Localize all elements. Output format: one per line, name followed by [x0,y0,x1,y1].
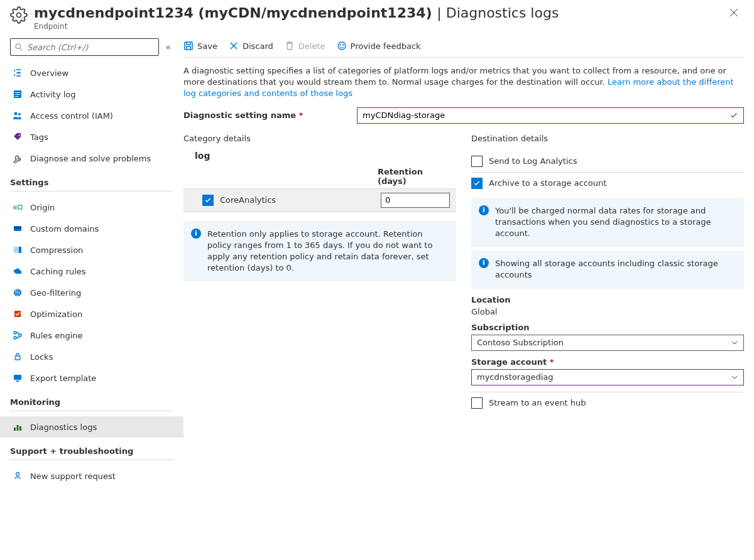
storage-account-select[interactable]: mycdnstoragediag [471,369,744,385]
sidebar-item-origin[interactable]: Origin [10,197,173,218]
sidebar-item-locks[interactable]: Locks [10,346,173,367]
sidebar-item-label: Optimization [30,310,82,319]
discard-button[interactable]: Discard [229,41,273,51]
sidebar-item-rules-engine[interactable]: Rules engine [10,325,173,346]
cloud-icon [13,266,23,276]
main-content: Save Discard Delete Provide feedback A d… [183,33,754,497]
sidebar-item-label: Locks [30,352,53,362]
sidebar-item-compression[interactable]: Compression [10,239,173,261]
save-button[interactable]: Save [183,41,217,51]
sidebar-item-label: Caching rules [30,267,86,276]
description: A diagnostic setting specifies a list of… [183,65,744,100]
storage-accounts-info: i Showing all storage accounts including… [471,250,744,288]
origin-icon [13,202,23,212]
location-label: Location [471,295,744,304]
tag-icon [13,132,23,142]
svg-rect-11 [13,208,17,209]
setting-name-label: Diagnostic setting name * [183,110,357,120]
sidebar-item-label: Compression [30,245,83,255]
log-heading: log [195,151,456,161]
category-label: CoreAnalytics [220,195,381,205]
svg-point-19 [15,290,17,292]
collapse-sidebar-button[interactable]: « [163,40,173,55]
svg-rect-12 [18,205,22,209]
sidebar-item-caching-rules[interactable]: Caching rules [10,261,173,282]
close-button[interactable] [724,5,744,20]
archive-storage-checkbox[interactable] [471,178,483,189]
destination-title: Destination details [471,134,744,143]
svg-rect-26 [16,380,19,382]
sidebar-item-label: Diagnose and solve problems [30,154,151,163]
people-icon [13,110,23,121]
trash-icon [285,41,295,51]
subscription-label: Subscription [471,323,744,332]
sidebar-item-label: Origin [30,203,55,212]
sidebar-item-diagnose[interactable]: Diagnose and solve problems [10,148,173,169]
search-input[interactable] [10,38,159,56]
destination-details: Destination details Send to Log Analytic… [471,134,744,414]
page-subtitle: Endpoint [34,22,559,31]
svg-rect-28 [17,425,19,431]
svg-rect-16 [19,247,21,253]
save-icon [183,41,194,51]
coreanalytics-checkbox[interactable] [202,195,214,206]
sidebar-item-label: Geo-filtering [30,288,81,298]
setting-name-input[interactable] [357,107,744,124]
sidebar-section-monitoring: Monitoring [10,397,173,411]
svg-rect-14 [14,227,21,229]
feedback-button[interactable]: Provide feedback [337,41,421,51]
svg-rect-5 [15,96,18,97]
page-header: mycdnendpoint1234 (myCDN/mycdnendpoint12… [0,0,754,33]
svg-rect-27 [14,428,16,431]
svg-point-23 [14,337,16,339]
sidebar-item-label: Access control (IAM) [30,111,113,121]
sidebar-item-custom-domains[interactable]: Custom domains [10,218,173,239]
sidebar-item-diagnostics-logs[interactable]: Diagnostics logs [0,416,183,438]
retention-header: Retention (days) [378,167,450,186]
svg-point-33 [339,45,340,45]
retention-input[interactable] [381,193,450,208]
sidebar-item-optimization[interactable]: Optimization [10,303,173,325]
subscription-select[interactable]: Contoso Subscription [471,335,744,351]
category-details: Category details log Retention (days) Co… [183,134,456,414]
send-log-analytics-option: Send to Log Analytics [471,151,744,173]
sidebar-item-tags[interactable]: Tags [10,126,173,148]
sidebar-item-activity-log[interactable]: Activity log [10,83,173,105]
svg-rect-9 [13,206,17,207]
support-icon [13,471,23,481]
lock-icon [13,352,23,362]
svg-rect-3 [15,92,20,93]
sidebar-item-label: Rules engine [30,331,83,340]
sidebar-item-access-control[interactable]: Access control (IAM) [10,105,173,126]
globe-icon [13,288,23,298]
info-icon: i [479,258,489,268]
svg-rect-15 [14,247,19,253]
sidebar-item-label: Export template [30,374,96,383]
close-icon [229,41,239,51]
info-icon: i [479,205,489,215]
sidebar-item-label: Tags [30,132,48,142]
log-icon [13,89,23,99]
log-analytics-checkbox[interactable] [471,156,483,167]
box-icon [13,309,23,319]
info-icon: i [191,229,201,239]
valid-icon [729,111,738,120]
sidebar-item-new-support[interactable]: New support request [10,465,173,487]
svg-rect-31 [185,42,192,50]
storage-rates-info: i You'll be charged normal data rates fo… [471,198,744,247]
eventhub-checkbox[interactable] [471,397,483,409]
sidebar-item-export-template[interactable]: Export template [10,367,173,389]
storage-account-label: Storage account * [471,357,744,367]
sidebar-item-label: Diagnostics logs [30,423,97,432]
chart-icon [13,422,23,432]
search-icon [14,43,23,51]
sidebar: « Overview Activity log Access control (… [0,33,183,497]
sidebar-section-support: Support + troubleshooting [10,446,173,460]
chevron-down-icon [731,374,738,381]
sidebar-item-geo-filtering[interactable]: Geo-filtering [10,282,173,303]
monitor-icon [13,373,23,383]
svg-point-30 [16,473,19,476]
sidebar-item-overview[interactable]: Overview [10,62,173,83]
compression-icon [13,245,23,255]
gear-icon [10,6,28,24]
